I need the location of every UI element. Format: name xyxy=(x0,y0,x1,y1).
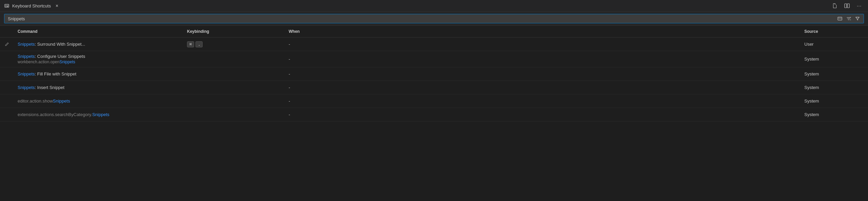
command-highlight: Snippets xyxy=(18,42,35,47)
filter-icon[interactable] xyxy=(854,15,861,22)
table-row[interactable]: Snippets : Fill File with Snippet - Syst… xyxy=(0,67,868,81)
empty-icon-cell xyxy=(0,57,14,62)
keyboard-shortcuts-tab-icon xyxy=(4,3,9,8)
open-file-icon[interactable] xyxy=(830,1,840,10)
command-highlight: Snippets xyxy=(18,85,35,90)
command-normal: : Insert Snippet xyxy=(35,85,64,90)
empty-icon-cell xyxy=(0,85,14,90)
when-cell: - xyxy=(285,96,800,106)
table-row[interactable]: editor.action.showSnippets - System xyxy=(0,94,868,108)
search-input-wrapper xyxy=(4,14,864,23)
icon-col-header xyxy=(0,28,14,35)
svg-rect-11 xyxy=(841,18,842,19)
svg-rect-5 xyxy=(6,6,8,7)
command-main: Snippets : Fill File with Snippet xyxy=(18,71,179,76)
svg-rect-10 xyxy=(840,18,840,19)
empty-icon-cell xyxy=(0,71,14,77)
split-editor-icon[interactable] xyxy=(842,1,852,10)
search-input[interactable] xyxy=(4,14,864,23)
title-bar-left: Keyboard Shortcuts × xyxy=(4,2,60,9)
command-highlight: Snippets xyxy=(18,71,35,76)
svg-rect-4 xyxy=(5,6,6,7)
command-main: Snippets : Surround With Snippet... xyxy=(18,42,179,47)
command-cell: Snippets : Insert Snippet xyxy=(14,82,183,93)
keybinding-cell xyxy=(183,112,285,117)
svg-rect-7 xyxy=(847,4,849,8)
command-cell: Snippets : Configure User Snippets workb… xyxy=(14,51,183,67)
more-actions-icon[interactable]: ··· xyxy=(854,1,864,10)
command-highlight: Snippets xyxy=(18,54,35,59)
when-cell: - xyxy=(285,109,800,120)
command-main: Snippets : Insert Snippet xyxy=(18,85,179,90)
command-cell: Snippets : Fill File with Snippet xyxy=(14,69,183,79)
command-normal: extensions.actions.searchByCategory. xyxy=(18,112,92,117)
source-cell: System xyxy=(800,69,868,79)
key-badge: ⌘ xyxy=(187,41,194,47)
title-bar: Keyboard Shortcuts × ··· xyxy=(0,0,868,12)
table-header: Command Keybinding When Source xyxy=(0,26,868,38)
source-cell: System xyxy=(800,54,868,64)
command-normal: : Surround With Snippet... xyxy=(35,42,85,47)
source-col-header: Source xyxy=(800,28,868,35)
when-cell: - xyxy=(285,39,800,49)
keybinding-cell xyxy=(183,71,285,77)
record-keys-button[interactable] xyxy=(836,15,844,22)
table-row[interactable]: Snippets : Insert Snippet - System xyxy=(0,81,868,94)
tab-title: Keyboard Shortcuts xyxy=(12,3,51,8)
search-icons-right xyxy=(836,15,861,22)
edit-icon-cell xyxy=(0,39,14,49)
command-cell: Snippets : Surround With Snippet... xyxy=(14,39,183,49)
source-cell: System xyxy=(800,109,868,120)
source-cell: System xyxy=(800,96,868,106)
keybinding-cell: ⌘ . xyxy=(183,39,285,50)
table-row[interactable]: Snippets : Surround With Snippet... ⌘ . … xyxy=(0,38,868,51)
command-sub-normal: workbench.action.open xyxy=(18,60,59,64)
when-cell: - xyxy=(285,54,800,64)
search-bar xyxy=(0,12,868,26)
svg-rect-9 xyxy=(839,18,839,19)
command-normal: : Configure User Snippets xyxy=(35,54,85,59)
keybinding-cell xyxy=(183,85,285,90)
source-cell: User xyxy=(800,39,868,49)
table-row[interactable]: Snippets : Configure User Snippets workb… xyxy=(0,51,868,67)
svg-rect-1 xyxy=(5,5,6,6)
keybinding-col-header: Keybinding xyxy=(183,28,285,35)
empty-icon-cell xyxy=(0,112,14,117)
svg-rect-6 xyxy=(845,4,847,8)
command-sub: workbench.action.openSnippets xyxy=(18,60,179,64)
title-bar-right: ··· xyxy=(830,1,864,10)
table-row[interactable]: extensions.actions.searchByCategory.Snip… xyxy=(0,108,868,121)
empty-icon-cell xyxy=(0,98,14,104)
command-col-header: Command xyxy=(14,28,183,35)
command-main: editor.action.showSnippets xyxy=(18,98,179,104)
svg-rect-2 xyxy=(6,5,7,6)
keybindings-table: Command Keybinding When Source Snippets … xyxy=(0,26,868,201)
keybinding-cell xyxy=(183,57,285,62)
when-col-header: When xyxy=(285,28,800,35)
command-main: extensions.actions.searchByCategory.Snip… xyxy=(18,112,179,117)
keybinding-cell xyxy=(183,98,285,104)
command-sub-link: Snippets xyxy=(59,60,75,64)
command-highlight: Snippets xyxy=(92,112,109,117)
command-normal: editor.action.show xyxy=(18,98,53,104)
command-main: Snippets : Configure User Snippets xyxy=(18,54,179,59)
when-cell: - xyxy=(285,69,800,79)
source-cell: System xyxy=(800,82,868,93)
command-cell: extensions.actions.searchByCategory.Snip… xyxy=(14,109,183,120)
when-cell: - xyxy=(285,82,800,93)
key-badge: . xyxy=(195,41,203,47)
sort-icon[interactable] xyxy=(845,15,852,22)
command-cell: editor.action.showSnippets xyxy=(14,96,183,106)
command-normal: : Fill File with Snippet xyxy=(35,71,77,76)
command-highlight: Snippets xyxy=(53,98,70,104)
svg-rect-3 xyxy=(8,5,8,6)
tab-close-button[interactable]: × xyxy=(54,2,60,9)
